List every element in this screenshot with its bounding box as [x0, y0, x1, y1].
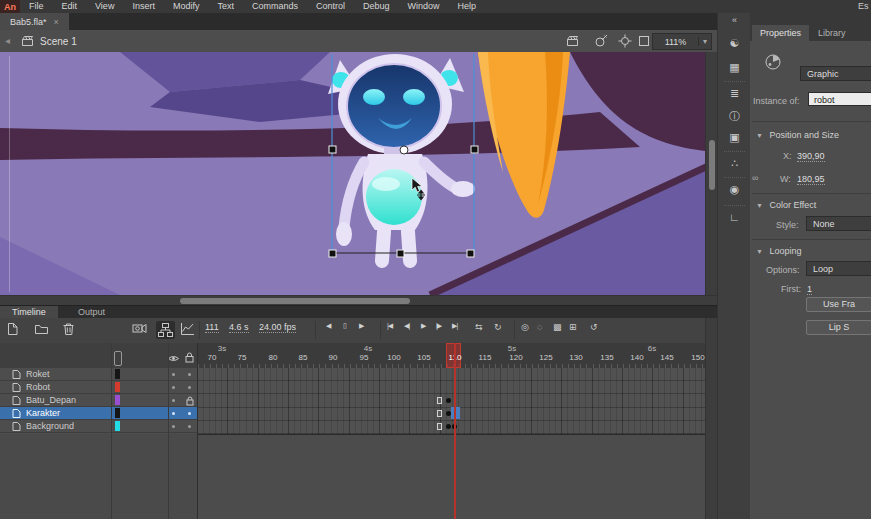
style-dropdown[interactable]: None: [806, 216, 871, 231]
keyframe-dot[interactable]: [446, 398, 451, 403]
back-icon[interactable]: ◂: [5, 35, 10, 46]
menu-window[interactable]: Window: [399, 0, 449, 13]
eye-icon[interactable]: [168, 354, 179, 363]
frame-end-marker[interactable]: [437, 423, 442, 430]
stage-zoom-select[interactable]: 111% ▾: [652, 33, 712, 50]
layer-name[interactable]: Batu_Depan: [26, 394, 76, 406]
menu-file[interactable]: File: [20, 0, 53, 13]
loop-playback-button[interactable]: ↻: [494, 322, 502, 332]
motion-editor-panel-icon[interactable]: ∟: [718, 211, 751, 223]
timeline-ruler[interactable]: 3s 4s 5s 6s 70 75 80 85 90 95 100 105 11…: [198, 343, 705, 368]
center-stage-icon[interactable]: [618, 34, 632, 48]
menu-text[interactable]: Text: [208, 0, 243, 13]
menu-insert[interactable]: Insert: [123, 0, 164, 13]
layer-visibility-dot[interactable]: [172, 425, 175, 428]
x-value[interactable]: 390,90: [797, 151, 825, 162]
frame-end-marker[interactable]: [437, 397, 442, 404]
align-panel-icon[interactable]: ≣: [718, 87, 751, 100]
symbol-type-dropdown[interactable]: Graphic: [800, 66, 871, 81]
frames-area-empty[interactable]: [198, 434, 705, 519]
edit-symbols-icon[interactable]: [594, 34, 609, 48]
scene-name[interactable]: Scene 1: [40, 36, 77, 47]
step-back-button[interactable]: ◀: [326, 322, 330, 330]
layer-color-swatch[interactable]: [115, 382, 120, 392]
use-frame-picker-button[interactable]: Use Fra: [806, 297, 871, 312]
layer-lock-dot[interactable]: [188, 425, 191, 428]
first-frame-value[interactable]: 1: [807, 284, 812, 295]
menu-debug[interactable]: Debug: [354, 0, 399, 13]
collapse-panels-icon[interactable]: «: [718, 15, 751, 25]
transform-point[interactable]: [400, 146, 408, 154]
layer-color-swatch[interactable]: [115, 395, 120, 405]
show-parenting-button[interactable]: [156, 321, 175, 339]
cc-libraries-panel-icon[interactable]: ◉: [718, 183, 751, 196]
section-looping[interactable]: ▼ Looping: [756, 246, 802, 256]
edit-scene-icon[interactable]: [566, 35, 580, 48]
layer-visibility-dot[interactable]: [172, 386, 175, 389]
step-forward-button[interactable]: ▶: [359, 322, 363, 330]
layer-color-swatch[interactable]: [115, 369, 120, 379]
scrollbar-thumb[interactable]: [709, 140, 715, 190]
graph-editor-button[interactable]: [180, 322, 195, 336]
close-icon[interactable]: ×: [54, 17, 59, 27]
play-button[interactable]: ▶: [421, 322, 425, 330]
layer-color-swatch[interactable]: [115, 408, 120, 418]
center-frame-button[interactable]: ⇆: [475, 322, 483, 332]
layer-name[interactable]: Background: [26, 420, 74, 432]
elapsed-time-field[interactable]: 4.6 s: [229, 322, 249, 333]
layer-name[interactable]: Karakter: [26, 407, 60, 419]
previous-frame-button[interactable]: ◀|: [404, 322, 409, 330]
layer-lock-dot[interactable]: [188, 386, 191, 389]
layer-lock-dot[interactable]: [188, 412, 191, 415]
lip-syncing-button[interactable]: Lip S: [806, 320, 871, 335]
layer-name[interactable]: Robot: [26, 381, 50, 393]
menu-commands[interactable]: Commands: [243, 0, 307, 13]
instance-name-input[interactable]: robot: [808, 92, 871, 106]
keyframe-dot[interactable]: [446, 411, 451, 416]
transform-panel-icon[interactable]: ▣: [718, 131, 751, 144]
workspace-switcher[interactable]: Es: [858, 0, 871, 13]
next-frame-button[interactable]: |▶: [436, 322, 441, 330]
menu-edit[interactable]: Edit: [53, 0, 87, 13]
layer-lock-dot[interactable]: [188, 373, 191, 376]
loop-options-dropdown[interactable]: Loop: [806, 261, 871, 276]
layer-locked-icon[interactable]: [186, 396, 194, 406]
onion-outlines-button[interactable]: ◌: [537, 322, 542, 332]
color-panel-icon[interactable]: ☯: [718, 37, 751, 50]
outline-color-column-icon[interactable]: [114, 351, 122, 366]
section-position-size[interactable]: ▼ Position and Size: [756, 130, 839, 140]
menu-help[interactable]: Help: [449, 0, 486, 13]
menu-view[interactable]: View: [86, 0, 123, 13]
keyframe-dot[interactable]: [446, 424, 451, 429]
playhead-line[interactable]: [454, 343, 456, 519]
camera-button[interactable]: [132, 322, 148, 335]
section-color-effect[interactable]: ▼ Color Effect: [756, 200, 816, 210]
info-panel-icon[interactable]: ⓘ: [718, 109, 751, 124]
edit-multiple-frames-button[interactable]: ▩: [553, 322, 562, 332]
scrollbar-thumb[interactable]: [180, 298, 410, 304]
tab-properties[interactable]: Properties: [752, 25, 809, 41]
modify-markers-button[interactable]: ⊞: [569, 322, 577, 332]
goto-first-frame-button[interactable]: |◀: [387, 322, 392, 330]
layer-color-swatch[interactable]: [115, 421, 120, 431]
frame-end-marker[interactable]: [437, 410, 442, 417]
new-layer-button[interactable]: [6, 322, 20, 336]
current-frame-field[interactable]: 111: [205, 322, 219, 333]
clip-content-icon[interactable]: [638, 35, 650, 47]
link-width-height-icon[interactable]: ∞: [752, 173, 758, 183]
lock-icon[interactable]: [185, 352, 194, 363]
layer-visibility-dot[interactable]: [172, 399, 175, 402]
stop-button[interactable]: ▯: [343, 322, 346, 330]
frame-rate-field[interactable]: 24.00 fps: [259, 322, 296, 333]
menu-modify[interactable]: Modify: [164, 0, 209, 13]
swatches-panel-icon[interactable]: ▦: [718, 61, 751, 74]
layer-visibility-dot[interactable]: [172, 373, 175, 376]
menu-control[interactable]: Control: [307, 0, 354, 13]
document-tab[interactable]: Bab5.fla* ×: [0, 13, 69, 30]
new-folder-button[interactable]: [34, 322, 49, 335]
delete-layer-button[interactable]: [62, 322, 75, 336]
reset-timeline-zoom-button[interactable]: ↺: [590, 322, 598, 332]
goto-last-frame-button[interactable]: ▶|: [452, 322, 457, 330]
tab-library[interactable]: Library: [818, 25, 846, 41]
stage-canvas[interactable]: [0, 52, 717, 295]
